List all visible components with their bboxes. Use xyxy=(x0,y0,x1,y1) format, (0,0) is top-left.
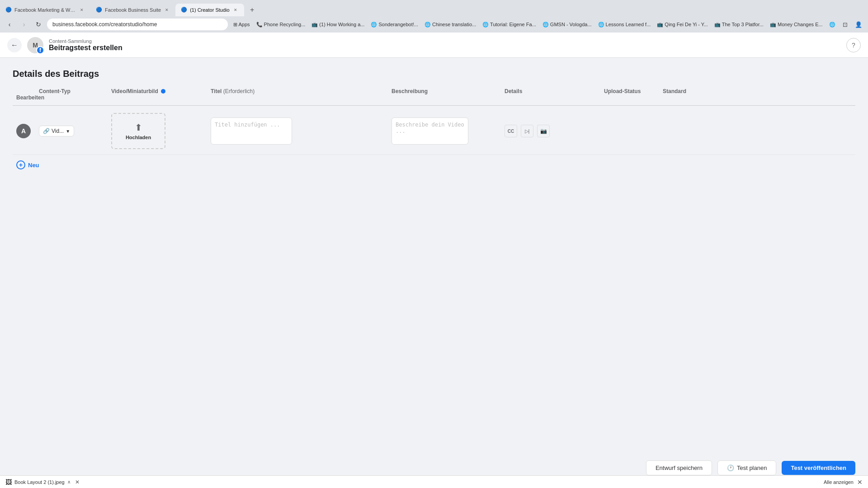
bookmark-3[interactable]: 🌐 Sonderangebot!... xyxy=(368,21,421,28)
bookmark-apps[interactable]: ⊞ Apps xyxy=(231,21,253,28)
tab-3-label: (1) Creator Studio xyxy=(190,7,229,13)
tab-2-favicon: 🔵 xyxy=(96,7,102,13)
table-header: Content-Typ Video/Miniaturbild Titel (Er… xyxy=(13,88,855,106)
refresh-button[interactable]: ↻ xyxy=(33,19,44,30)
bookmarks-bar: ⊞ Apps 📞 Phone Recycling... 📺 (1) How Wo… xyxy=(231,21,836,28)
bookmark-10[interactable]: 📺 Money Changes E... xyxy=(767,21,826,28)
page-meta: Content-Sammlung Beitragstest erstellen xyxy=(49,38,123,52)
video-cell: ⬆ Hochladen xyxy=(108,113,207,149)
bookmark-8[interactable]: 📺 Qing Fei De Yi - Y... xyxy=(654,21,711,28)
col-upload-header: Upload-Status xyxy=(600,88,659,94)
extensions-button[interactable]: ⊡ xyxy=(839,19,851,30)
content-type-icon: 🔗 xyxy=(43,128,50,134)
upload-icon: ⬆ xyxy=(135,122,142,133)
main-content: Details des Beitrags Content-Typ Video/M… xyxy=(0,58,868,186)
back-arrow-icon: ← xyxy=(11,41,18,49)
download-file-name: Book Layout 2 (1).jpeg xyxy=(14,479,65,485)
bookmark-4[interactable]: 🌐 Chinese translatio... xyxy=(422,21,479,28)
tab-1-favicon: 🔵 xyxy=(5,7,12,13)
tab-3-favicon: 🔵 xyxy=(181,7,187,13)
col-content-type-header: Content-Typ xyxy=(35,88,108,94)
bookmark-1[interactable]: 📞 Phone Recycling... xyxy=(254,21,308,28)
add-row-button[interactable]: + Neu xyxy=(13,155,855,175)
bottom-action-bar: Entwurf speichern 🕐 Test planen Test ver… xyxy=(646,460,855,475)
back-button[interactable]: ‹ xyxy=(4,19,15,30)
collection-label: Content-Sammlung xyxy=(49,38,123,44)
bookmark-5[interactable]: 🌐 Tutorial: Eigene Fa... xyxy=(480,21,539,28)
cc-button[interactable]: CC xyxy=(505,125,517,137)
app-header: ← M f Content-Sammlung Beitragstest erst… xyxy=(0,33,868,58)
add-row-label: Neu xyxy=(28,162,39,169)
tab-2-label: Facebook Business Suite xyxy=(105,7,161,13)
clock-icon: 🕐 xyxy=(727,465,734,471)
play-button[interactable]: ▷| xyxy=(521,125,533,137)
content-type-chevron-icon: ▼ xyxy=(66,129,70,134)
row-avatar: A xyxy=(16,124,31,138)
tab-bar: 🔵 Facebook Marketing & Werbe... ✕ 🔵 Face… xyxy=(0,0,868,16)
address-bar: ‹ › ↻ ⊞ Apps 📞 Phone Recycling... 📺 (1) … xyxy=(0,16,868,33)
browser-actions: ⊡ 👤 xyxy=(839,19,864,30)
download-bar: 🖼 Book Layout 2 (1).jpeg ∧ ✕ Alle anzeig… xyxy=(0,475,868,488)
back-to-collection-button[interactable]: ← xyxy=(7,38,22,52)
bookmark-9[interactable]: 📺 The Top 3 Platfor... xyxy=(712,21,766,28)
download-file-icon: 🖼 xyxy=(5,479,12,486)
download-item-close[interactable]: ✕ xyxy=(75,479,80,485)
content-type-label: Vid... xyxy=(52,128,64,134)
col-video-header: Video/Miniaturbild xyxy=(108,88,207,94)
save-draft-button[interactable]: Entwurf speichern xyxy=(646,460,712,475)
description-cell xyxy=(388,117,501,145)
title-input[interactable] xyxy=(211,117,292,145)
video-progress-dot xyxy=(161,89,165,94)
tab-1-close[interactable]: ✕ xyxy=(79,7,85,13)
see-all-downloads[interactable]: Alle anzeigen xyxy=(824,479,854,485)
col-video-label: Video/Miniaturbild xyxy=(111,88,158,94)
tab-1-label: Facebook Marketing & Werbe... xyxy=(14,7,76,13)
bookmark-7[interactable]: 🌐 Lessons Learned f... xyxy=(595,21,654,28)
fb-logo-overlay: f xyxy=(36,46,44,54)
details-icons: CC ▷| 📷 xyxy=(505,125,550,137)
details-cell: CC ▷| 📷 xyxy=(501,125,600,137)
close-download-bar[interactable]: ✕ xyxy=(857,479,863,486)
address-input[interactable] xyxy=(47,19,228,30)
section-title: Details des Beitrags xyxy=(13,69,855,79)
tab-2[interactable]: 🔵 Facebook Business Suite ✕ xyxy=(90,4,175,16)
tab-1[interactable]: 🔵 Facebook Marketing & Werbe... ✕ xyxy=(0,4,90,16)
bookmark-6[interactable]: 🌐 GMSN - Vologda... xyxy=(540,21,594,28)
upload-button[interactable]: ⬆ Hochladen xyxy=(111,113,165,149)
col-title-header: Titel (Erforderlich) xyxy=(207,88,388,94)
profile-button[interactable]: 👤 xyxy=(853,19,864,30)
col-standard-header: Standard xyxy=(659,88,731,94)
download-bar-right: Alle anzeigen ✕ xyxy=(824,479,863,486)
col-empty xyxy=(13,88,35,94)
plan-test-button[interactable]: 🕐 Test planen xyxy=(717,460,777,475)
upload-label: Hochladen xyxy=(126,135,151,140)
download-item: 🖼 Book Layout 2 (1).jpeg ∧ ✕ xyxy=(5,479,80,486)
content-type-cell: 🔗 Vid... ▼ xyxy=(35,126,108,136)
avatar-cell: A xyxy=(13,124,35,138)
new-tab-button[interactable]: + xyxy=(246,4,259,16)
tab-3-close[interactable]: ✕ xyxy=(232,7,239,13)
forward-button[interactable]: › xyxy=(18,19,30,30)
tab-3[interactable]: 🔵 (1) Creator Studio ✕ xyxy=(175,4,244,16)
content-type-dropdown[interactable]: 🔗 Vid... ▼ xyxy=(39,126,74,136)
col-desc-header: Beschreibung xyxy=(388,88,501,94)
publish-button[interactable]: Test veröffentlichen xyxy=(782,461,855,475)
title-cell xyxy=(207,117,388,145)
col-edit-header: Bearbeiten xyxy=(13,94,35,101)
description-input[interactable] xyxy=(392,117,468,145)
download-chevron-icon[interactable]: ∧ xyxy=(67,479,71,484)
add-circle-icon: + xyxy=(16,160,25,169)
camera-button[interactable]: 📷 xyxy=(537,125,550,137)
page-title: Beitragstest erstellen xyxy=(49,44,123,52)
col-details-header: Details xyxy=(501,88,600,94)
table-row: A 🔗 Vid... ▼ ⬆ Hochladen xyxy=(13,108,855,155)
plan-label: Test planen xyxy=(737,465,767,471)
help-button[interactable]: ? xyxy=(846,38,861,52)
bookmark-11[interactable]: 🌐 LEE 'S HOUSE—... xyxy=(826,21,836,28)
tab-2-close[interactable]: ✕ xyxy=(164,7,170,13)
help-icon: ? xyxy=(852,42,855,49)
bookmark-2[interactable]: 📺 (1) How Working a... xyxy=(309,21,367,28)
